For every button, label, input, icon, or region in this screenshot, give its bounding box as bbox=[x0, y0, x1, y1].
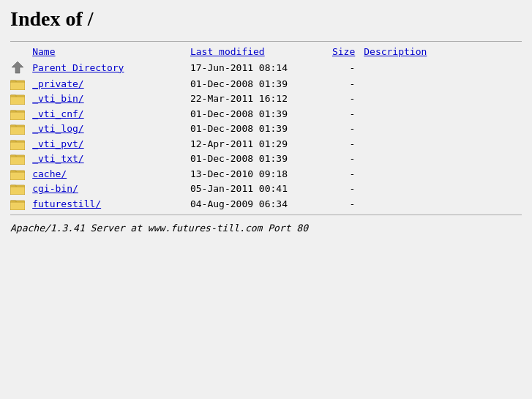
file-size: - bbox=[317, 182, 364, 197]
file-link[interactable]: _vti_pvt/ bbox=[32, 138, 83, 149]
col-header-desc[interactable]: Description bbox=[364, 45, 522, 59]
file-date: 01-Dec-2008 01:39 bbox=[190, 122, 317, 137]
file-name: _vti_pvt/ bbox=[32, 136, 190, 152]
file-description bbox=[364, 136, 522, 152]
file-name: _vti_log/ bbox=[32, 122, 190, 137]
file-date: 01-Dec-2008 01:39 bbox=[190, 106, 317, 122]
file-date: 17-Jun-2011 08:14 bbox=[190, 59, 317, 76]
table-row: _vti_log/01-Dec-2008 01:39- bbox=[10, 122, 522, 137]
file-size: - bbox=[317, 196, 364, 212]
file-date: 04-Aug-2009 06:34 bbox=[190, 196, 317, 212]
col-header-size[interactable]: Size bbox=[317, 45, 364, 59]
file-name: _vti_cnf/ bbox=[32, 106, 190, 122]
page-title: Index of / bbox=[10, 7, 522, 31]
file-link[interactable]: futurestill/ bbox=[32, 198, 101, 209]
file-name: futurestill/ bbox=[32, 196, 190, 212]
svg-rect-27 bbox=[10, 202, 25, 210]
file-size: - bbox=[317, 136, 364, 152]
file-link[interactable]: _vti_txt/ bbox=[32, 153, 83, 164]
col-header-date[interactable]: Last modified bbox=[190, 45, 317, 59]
file-description bbox=[364, 152, 522, 167]
table-row: _vti_bin/22-Mar-2011 16:12- bbox=[10, 92, 522, 107]
file-table-body: Parent Directory17-Jun-2011 08:14- _priv… bbox=[10, 59, 522, 212]
file-link[interactable]: _vti_bin/ bbox=[32, 93, 83, 104]
svg-rect-18 bbox=[10, 157, 25, 165]
file-size: - bbox=[317, 166, 364, 182]
file-description bbox=[364, 92, 522, 107]
file-name: cgi-bin/ bbox=[32, 182, 190, 197]
file-description bbox=[364, 196, 522, 212]
table-row: Parent Directory17-Jun-2011 08:14- bbox=[10, 59, 522, 76]
file-link[interactable]: _vti_cnf/ bbox=[32, 108, 83, 119]
file-name: _private/ bbox=[32, 76, 190, 92]
file-description bbox=[364, 76, 522, 92]
bottom-divider bbox=[10, 215, 522, 215]
svg-rect-21 bbox=[10, 172, 25, 180]
server-footer: Apache/1.3.41 Server at www.futures-till… bbox=[10, 223, 522, 234]
file-name: cache/ bbox=[32, 166, 190, 182]
col-header-name[interactable]: Name bbox=[32, 45, 190, 59]
table-row: cgi-bin/05-Jan-2011 00:41- bbox=[10, 182, 522, 197]
file-size: - bbox=[317, 106, 364, 122]
table-row: _vti_txt/01-Dec-2008 01:39- bbox=[10, 152, 522, 167]
file-description bbox=[364, 122, 522, 137]
file-name: _vti_txt/ bbox=[32, 152, 190, 167]
svg-rect-12 bbox=[10, 127, 25, 135]
svg-rect-15 bbox=[10, 142, 25, 150]
file-size: - bbox=[317, 122, 364, 137]
table-row: futurestill/04-Aug-2009 06:34- bbox=[10, 196, 522, 212]
table-header: Name Last modified Size Description bbox=[10, 45, 522, 59]
table-row: _vti_cnf/01-Dec-2008 01:39- bbox=[10, 106, 522, 122]
file-date: 22-Mar-2011 16:12 bbox=[190, 92, 317, 107]
svg-rect-6 bbox=[10, 97, 25, 105]
file-name: Parent Directory bbox=[32, 59, 190, 76]
file-date: 13-Dec-2010 09:18 bbox=[190, 166, 317, 182]
file-size: - bbox=[317, 152, 364, 167]
file-date: 05-Jan-2011 00:41 bbox=[190, 182, 317, 197]
parent-icon bbox=[10, 59, 32, 76]
table-row: _private/01-Dec-2008 01:39- bbox=[10, 76, 522, 92]
table-row: _vti_pvt/12-Apr-2011 01:29- bbox=[10, 136, 522, 152]
file-size: - bbox=[317, 76, 364, 92]
folder-icon bbox=[10, 182, 32, 197]
svg-marker-0 bbox=[12, 61, 23, 73]
file-date: 01-Dec-2008 01:39 bbox=[190, 76, 317, 92]
file-link[interactable]: _vti_log/ bbox=[32, 123, 83, 134]
file-size: - bbox=[317, 92, 364, 107]
file-description bbox=[364, 59, 522, 76]
file-name: _vti_bin/ bbox=[32, 92, 190, 107]
file-date: 12-Apr-2011 01:29 bbox=[190, 136, 317, 152]
folder-icon bbox=[10, 76, 32, 92]
folder-icon bbox=[10, 166, 32, 182]
folder-icon bbox=[10, 152, 32, 167]
file-listing: Name Last modified Size Description Pare… bbox=[10, 45, 522, 212]
folder-icon bbox=[10, 136, 32, 152]
svg-rect-9 bbox=[10, 112, 25, 120]
top-divider bbox=[10, 41, 522, 42]
svg-rect-24 bbox=[10, 187, 25, 195]
folder-icon bbox=[10, 106, 32, 122]
file-link[interactable]: cgi-bin/ bbox=[32, 183, 78, 194]
file-size: - bbox=[317, 59, 364, 76]
folder-icon bbox=[10, 92, 32, 107]
file-date: 01-Dec-2008 01:39 bbox=[190, 152, 317, 167]
table-row: cache/13-Dec-2010 09:18- bbox=[10, 166, 522, 182]
folder-icon bbox=[10, 196, 32, 212]
file-description bbox=[364, 182, 522, 197]
folder-icon bbox=[10, 122, 32, 137]
file-description bbox=[364, 106, 522, 122]
file-link[interactable]: _private/ bbox=[32, 78, 83, 89]
file-link[interactable]: Parent Directory bbox=[32, 62, 124, 73]
file-link[interactable]: cache/ bbox=[32, 168, 67, 179]
svg-rect-3 bbox=[10, 82, 25, 90]
file-description bbox=[364, 166, 522, 182]
